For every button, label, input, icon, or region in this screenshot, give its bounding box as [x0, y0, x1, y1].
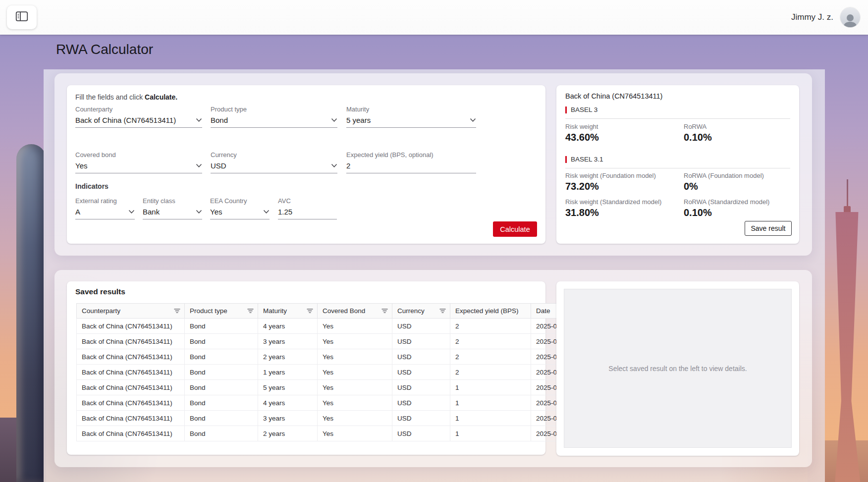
- table-cell: 2: [450, 365, 531, 380]
- filter-lines-icon[interactable]: [439, 308, 446, 314]
- counterparty-select[interactable]: Counterparty Back of China (CN764513411): [75, 106, 202, 128]
- table-row[interactable]: Back of China (CN764513411)Bond2 yearsYe…: [77, 426, 602, 441]
- table-cell: Bond: [185, 411, 258, 426]
- table-row[interactable]: Back of China (CN764513411)Bond3 yearsYe…: [77, 334, 602, 349]
- maturity-select[interactable]: Maturity 5 years: [346, 106, 476, 128]
- table-cell: Bond: [185, 319, 258, 334]
- table-cell: Back of China (CN764513411): [77, 395, 185, 411]
- filter-lines-icon[interactable]: [307, 308, 313, 314]
- product-type-select[interactable]: Product type Bond: [211, 106, 337, 128]
- table-row[interactable]: Back of China (CN764513411)Bond2 yearsYe…: [77, 349, 602, 365]
- table-cell: 1 years: [258, 365, 318, 380]
- column-header-currency[interactable]: Currency: [392, 304, 450, 319]
- table-cell: Yes: [318, 349, 392, 365]
- filter-lines-icon[interactable]: [174, 308, 180, 314]
- table-cell: Back of China (CN764513411): [77, 380, 185, 395]
- table-cell: 2 years: [258, 426, 318, 441]
- table-cell: 2: [450, 349, 531, 365]
- table-cell: USD: [392, 365, 450, 380]
- metric-rorwa-standardized: RoRWA (Standardized model) 0.10%: [684, 198, 795, 218]
- column-header-counterparty[interactable]: Counterparty: [77, 304, 185, 319]
- chevron-down-icon: [331, 118, 337, 122]
- calculate-button[interactable]: Calculate: [493, 221, 537, 237]
- table-cell: 4 years: [258, 395, 318, 411]
- expected-yield-label: Expected yield (BPS, optional): [346, 151, 476, 159]
- table-row[interactable]: Back of China (CN764513411)Bond4 yearsYe…: [77, 319, 602, 334]
- city-buildings-left: [0, 418, 17, 482]
- column-header-covered-bond[interactable]: Covered Bond: [318, 304, 392, 319]
- table-cell: Yes: [318, 395, 392, 411]
- table-cell: Yes: [318, 365, 392, 380]
- filter-lines-icon[interactable]: [381, 308, 388, 314]
- covered-bond-select[interactable]: Covered bond Yes: [75, 151, 202, 173]
- external-rating-select[interactable]: External rating A: [75, 197, 135, 219]
- table-row[interactable]: Back of China (CN764513411)Bond4 yearsYe…: [77, 395, 602, 411]
- currency-value: USD: [211, 161, 226, 170]
- app-window: Jimmy J. z. RWA Calculator Fill the fiel…: [0, 0, 868, 482]
- entity-class-select[interactable]: Entity class Bank: [143, 197, 202, 219]
- counterparty-label: Counterparty: [75, 106, 202, 113]
- currency-label: Currency: [211, 151, 337, 159]
- external-rating-value: A: [75, 208, 80, 216]
- table-cell: USD: [392, 380, 450, 395]
- entity-class-label: Entity class: [143, 197, 202, 205]
- table-cell: USD: [392, 349, 450, 365]
- person-icon: [842, 12, 859, 27]
- table-row[interactable]: Back of China (CN764513411)Bond3 yearsYe…: [77, 411, 602, 426]
- sidebar-toggle-button[interactable]: [7, 5, 37, 29]
- indicators-title: Indicators: [75, 182, 108, 190]
- form-instruction: Fill the fields and click Calculate.: [75, 93, 177, 101]
- table-cell: 1: [450, 426, 531, 441]
- currency-select[interactable]: Currency USD: [211, 151, 337, 173]
- product-type-value: Bond: [211, 116, 228, 124]
- column-header-expected-yield-bps[interactable]: Expected yield (BPS): [450, 304, 531, 319]
- filter-lines-icon[interactable]: [247, 308, 254, 314]
- product-type-label: Product type: [211, 106, 337, 113]
- table-cell: Yes: [318, 319, 392, 334]
- chevron-down-icon: [196, 210, 202, 214]
- table-cell: 1: [450, 380, 531, 395]
- saved-results-card: Saved results CounterpartyProduct typeMa…: [67, 281, 545, 455]
- calculator-form-card: Fill the fields and click Calculate. Cou…: [67, 85, 545, 244]
- table-cell: USD: [392, 411, 450, 426]
- metric-risk-weight: Risk weight 43.60%: [565, 123, 677, 143]
- chevron-down-icon: [331, 163, 337, 168]
- table-cell: Yes: [318, 334, 392, 349]
- table-cell: 2: [450, 334, 531, 349]
- table-cell: Yes: [318, 411, 392, 426]
- table-cell: Bond: [185, 349, 258, 365]
- chevron-down-icon: [196, 118, 202, 122]
- table-cell: Back of China (CN764513411): [77, 334, 185, 349]
- table-cell: Back of China (CN764513411): [77, 426, 185, 441]
- basel3-heading: BASEL 3: [565, 106, 597, 113]
- panel-left-icon: [14, 10, 29, 25]
- table-cell: 3 years: [258, 334, 318, 349]
- covered-bond-label: Covered bond: [75, 151, 202, 159]
- table-cell: USD: [392, 334, 450, 349]
- table-cell: Back of China (CN764513411): [77, 365, 185, 380]
- counterparty-value: Back of China (CN764513411): [75, 116, 176, 124]
- dome-skyscraper: [16, 144, 46, 482]
- accent-bar: [565, 156, 567, 163]
- column-header-product-type[interactable]: Product type: [185, 304, 258, 319]
- column-header-maturity[interactable]: Maturity: [258, 304, 318, 319]
- table-row[interactable]: Back of China (CN764513411)Bond5 yearsYe…: [77, 380, 602, 395]
- table-cell: USD: [392, 319, 450, 334]
- table-cell: Back of China (CN764513411): [77, 411, 185, 426]
- table-cell: 2: [450, 319, 531, 334]
- divider: [565, 118, 790, 119]
- maturity-value: 5 years: [346, 116, 371, 124]
- saved-results-title: Saved results: [75, 287, 125, 296]
- table-cell: 1: [450, 395, 531, 411]
- expected-yield-input[interactable]: Expected yield (BPS, optional) 2: [346, 151, 476, 173]
- table-cell: Bond: [185, 365, 258, 380]
- table-cell: Yes: [318, 426, 392, 441]
- user-avatar[interactable]: [840, 7, 860, 27]
- saved-results-table: CounterpartyProduct typeMaturityCovered …: [76, 303, 602, 441]
- eea-country-select[interactable]: EEA Country Yes: [210, 197, 270, 219]
- table-row[interactable]: Back of China (CN764513411)Bond1 yearsYe…: [77, 365, 602, 380]
- table-cell: USD: [392, 426, 450, 441]
- save-result-button[interactable]: Save result: [745, 221, 792, 236]
- avc-input[interactable]: AVC 1.25: [278, 197, 337, 219]
- table-cell: Bond: [185, 334, 258, 349]
